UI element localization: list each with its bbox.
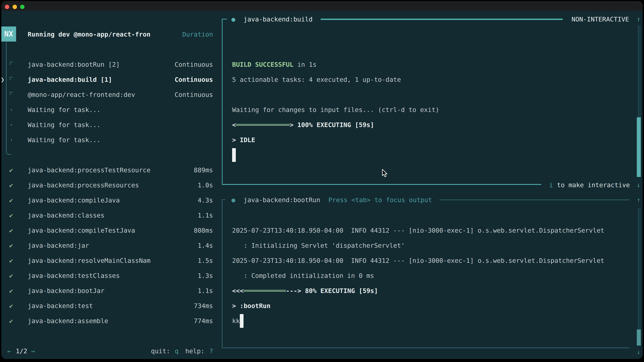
check-icon: ✔ <box>9 223 13 238</box>
selected-task-chevron: ❯ <box>1 72 4 87</box>
zoom-button[interactable] <box>20 5 24 9</box>
task-row-label[interactable]: java-backend:jar <box>28 238 89 253</box>
build-waiting-line: Waiting for changes to input files... (c… <box>232 102 439 117</box>
close-button[interactable] <box>5 5 9 9</box>
build-panel-bullet-icon: ● <box>232 12 235 27</box>
task-row-duration: Continuous <box>144 57 213 72</box>
quit-hint-label: quit: <box>151 344 170 359</box>
build-idle-line: > IDLE <box>232 132 255 147</box>
progress-bar: ═══════════ <box>244 287 286 295</box>
task-row-duration: 889ms <box>144 163 213 178</box>
build-panel-scroll-up-icon[interactable]: ↑ <box>636 12 640 27</box>
bootrun-panel-scrollbar-track[interactable] <box>638 208 640 330</box>
task-row-label-selected[interactable]: java-backend:build [1] <box>28 72 112 87</box>
task-row-label[interactable]: java-backend:bootRun [2] <box>28 57 120 72</box>
build-tasks-summary: 5 actionable tasks: 4 executed, 1 up-to-… <box>232 72 401 87</box>
build-result-line: BUILD SUCCESSFUL in 1s <box>232 57 316 72</box>
bootrun-panel-scrollbar-thumb[interactable] <box>637 330 641 346</box>
build-time-text: in 1s <box>294 61 316 68</box>
task-row-duration: 734ms <box>144 298 213 313</box>
waiting-dot-icon: · <box>10 117 13 132</box>
help-hint-key: ? <box>209 344 213 359</box>
task-row-duration: 1.1s <box>144 283 213 298</box>
help-hint-label: help: <box>185 344 204 359</box>
build-panel-scroll-down-icon[interactable]: ↓ <box>636 177 640 193</box>
quit-hint-key: q <box>175 344 178 359</box>
bootrun-progress-line: <<<═══════════--->80% EXECUTING [59s] <box>232 283 378 298</box>
progress-tail: > <box>297 287 301 295</box>
task-row-label[interactable]: Waiting for task... <box>28 117 100 132</box>
focus-output-hint: Press <tab> to focus output <box>328 192 432 207</box>
progress-dashes: --- <box>286 287 297 295</box>
interactive-hint-text: to make interactive <box>557 177 630 193</box>
bootrun-panel-scroll-up-icon[interactable]: ↑ <box>636 192 640 207</box>
check-icon: ✔ <box>9 193 13 208</box>
task-row-label[interactable]: @mono-app/react-frontend:dev <box>28 87 135 102</box>
bootrun-panel-bullet-icon: ● <box>232 192 235 207</box>
bootrun-panel-title[interactable]: java-backend:bootRun <box>244 192 320 207</box>
task-row-label[interactable]: java-backend:testClasses <box>28 268 120 283</box>
task-row-duration: 1.3s <box>144 268 213 283</box>
bootrun-prompt-line: > :bootRun <box>232 298 270 313</box>
build-panel-header-line <box>321 18 563 20</box>
task-row-label[interactable]: java-backend:resolveMainClassNam <box>28 253 150 268</box>
log-line: : Completed initialization in 0 ms <box>232 268 374 283</box>
spinner-icon: ⠋ <box>9 87 14 102</box>
sidebar-title: Running dev @mono-app/react-fron <box>28 27 150 42</box>
task-row-duration: 1.5s <box>144 253 213 268</box>
page-prev-arrow-icon[interactable]: ← <box>8 344 11 359</box>
bootrun-panel-border-left <box>222 199 222 348</box>
task-row-duration: 1.1s <box>144 208 213 223</box>
task-row-label[interactable]: java-backend:processTestResource <box>28 163 150 178</box>
task-row-label[interactable]: java-backend:assemble <box>28 313 108 329</box>
non-interactive-badge: NON-INTERACTIVE <box>572 12 629 27</box>
task-tree-corner <box>6 147 11 155</box>
bootrun-panel-header-line <box>440 200 630 200</box>
log-line: 2025-07-23T13:40:18.950-04:00 INFO 44312… <box>232 253 604 268</box>
progress-lead: <<< <box>232 287 244 295</box>
task-row-label[interactable]: java-backend:compileJava <box>28 193 120 208</box>
task-tree-line <box>6 42 6 147</box>
task-row-label[interactable]: java-backend:bootJar <box>28 283 104 298</box>
terminal-cursor <box>240 314 244 328</box>
minimize-button[interactable] <box>12 5 17 9</box>
build-panel-border-left <box>222 19 222 185</box>
task-row-label[interactable]: java-backend:compileTestJava <box>28 223 135 238</box>
progress-bar: ══════════════ <box>236 121 290 129</box>
check-icon: ✔ <box>9 178 13 193</box>
check-icon: ✔ <box>9 163 13 178</box>
build-panel-border-bottom <box>222 184 541 185</box>
mouse-cursor <box>381 169 388 179</box>
bootrun-panel-border-top-stub <box>222 199 225 200</box>
check-icon: ✔ <box>9 283 13 298</box>
build-panel-scrollbar-thumb[interactable] <box>637 117 641 177</box>
bootrun-input-text[interactable]: kk <box>232 313 240 329</box>
interactive-hint-key: i <box>549 177 553 193</box>
task-row-label[interactable]: Waiting for task... <box>28 102 100 117</box>
bootrun-panel-scroll-down-icon[interactable]: ↓ <box>636 345 640 360</box>
waiting-dot-icon: · <box>10 132 13 147</box>
check-icon: ✔ <box>9 208 13 223</box>
progress-label: 100% EXECUTING [59s] <box>294 121 374 129</box>
build-panel-border-top-stub <box>222 19 227 19</box>
build-panel-title[interactable]: java-backend:build <box>244 12 312 27</box>
duration-column-header: Duration <box>144 27 213 42</box>
task-row-label[interactable]: java-backend:test <box>28 298 93 313</box>
page-next-arrow-icon[interactable]: → <box>31 344 35 359</box>
terminal-cursor <box>232 148 236 162</box>
nx-logo: NX <box>1 26 16 41</box>
spinner-icon: ⠋ <box>9 72 14 87</box>
build-progress-line: <══════════════>100% EXECUTING [59s] <box>232 117 374 132</box>
check-icon: ✔ <box>9 238 13 253</box>
task-row-label[interactable]: Waiting for task... <box>28 132 100 147</box>
task-row-duration: Continuous <box>144 72 213 87</box>
task-row-label[interactable]: java-backend:classes <box>28 208 104 223</box>
task-row-label[interactable]: java-backend:processResources <box>28 178 139 193</box>
task-row-duration: 4.3s <box>144 193 213 208</box>
progress-label: 80% EXECUTING [59s] <box>301 287 378 295</box>
app-window: NX Running dev @mono-app/react-fron Dura… <box>0 0 644 362</box>
check-icon: ✔ <box>9 298 13 313</box>
check-icon: ✔ <box>9 313 13 329</box>
task-row-duration: Continuous <box>144 87 213 102</box>
build-successful-text: BUILD SUCCESSFUL <box>232 61 294 68</box>
